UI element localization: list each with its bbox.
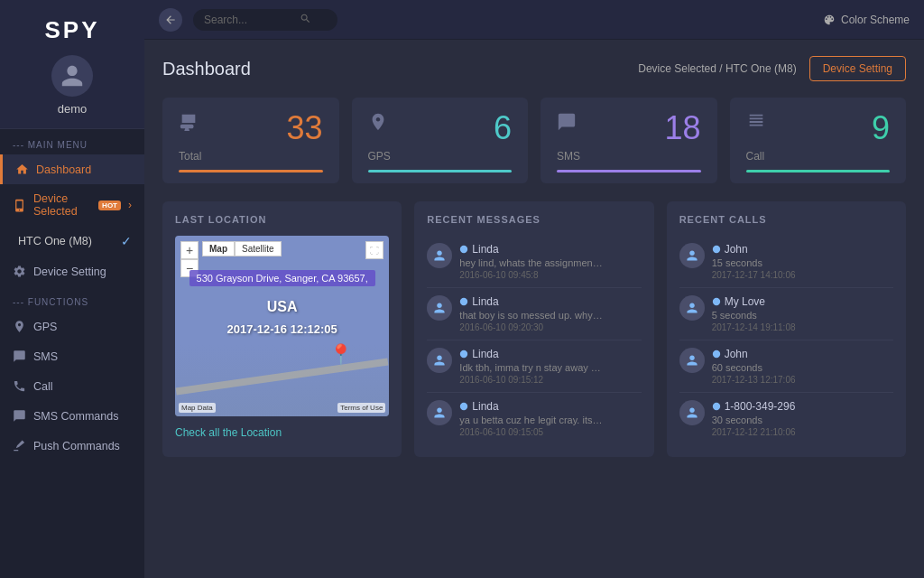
search-icon: [300, 13, 311, 27]
call-duration: 60 seconds: [712, 362, 893, 373]
map-address: 530 Grayson Drive, Sanger, CA 93657,: [175, 270, 389, 286]
call-time: 2017-12-12 21:10:06: [712, 427, 893, 437]
sidebar-item-device-selected-label: Device Selected: [33, 192, 89, 218]
stat-total-bar: [179, 170, 323, 172]
message-time: 2016-06-10 09:15:12: [459, 375, 641, 385]
call-content: My Love 5 seconds 2017-12-14 19:11:08: [712, 295, 893, 332]
call-avatar: [679, 400, 705, 425]
message-content: Linda Idk tbh, imma try n stay away now.…: [459, 348, 641, 385]
stat-call-label: Call: [746, 150, 891, 163]
sidebar-item-dashboard-label: Dashboard: [36, 163, 91, 176]
htc-one-label: HTC One (M8): [18, 235, 92, 247]
map-terms-label: Terms of Use: [337, 403, 385, 413]
call-content: 1-800-349-296 30 seconds 2017-12-12 21:1…: [712, 400, 893, 437]
stat-sms-value: 18: [664, 112, 700, 144]
stat-card-total: 33 Total: [162, 98, 339, 183]
search-input[interactable]: [204, 14, 294, 26]
search-box: [193, 9, 337, 31]
svg-point-7: [712, 403, 719, 410]
check-location-link[interactable]: Check all the Location: [175, 426, 282, 439]
message-text: ya u betta cuz he legit cray. its why he…: [459, 415, 604, 425]
device-setting-button[interactable]: Device Setting: [809, 56, 906, 81]
call-time: 2017-12-14 19:11:08: [712, 322, 893, 332]
sidebar-item-sms-commands-label: SMS Commands: [33, 410, 118, 423]
sidebar-item-device-setting[interactable]: Device Setting: [0, 256, 144, 286]
map-container[interactable]: + − Map Satellite ⛶ 530 Grayson Drive, S…: [175, 236, 389, 416]
stat-call-value: 9: [872, 112, 890, 144]
breadcrumb: Device Selected / HTC One (M8): [638, 62, 796, 75]
calls-panel: RECENT CALLS John 15 seconds 2017-12-17 …: [667, 201, 906, 457]
svg-point-2: [460, 350, 467, 358]
map-type-bar: Map Satellite: [202, 241, 282, 256]
sidebar-item-htc-one[interactable]: HTC One (M8) ✓: [0, 226, 144, 256]
stat-total-label: Total: [179, 150, 323, 163]
message-item[interactable]: Linda hey lind, whats the assignment ms.…: [427, 236, 641, 288]
message-item[interactable]: Linda Idk tbh, imma try n stay away now.…: [427, 340, 641, 393]
call-content: John 60 seconds 2017-12-13 12:17:06: [712, 348, 893, 385]
message-item[interactable]: Linda that boy is so messed up. why dnt …: [427, 288, 641, 340]
call-item[interactable]: John 60 seconds 2017-12-13 12:17:06: [679, 340, 893, 393]
messages-list: Linda hey lind, whats the assignment ms.…: [427, 236, 641, 444]
map-zoom-in-button[interactable]: +: [180, 241, 199, 259]
svg-point-0: [460, 246, 467, 253]
call-avatar: [679, 348, 705, 373]
message-avatar: [427, 400, 452, 425]
sidebar-item-gps[interactable]: GPS: [0, 312, 144, 341]
sidebar-item-call-label: Call: [33, 380, 53, 393]
message-time: 2016-06-10 09:15:05: [459, 427, 641, 437]
message-content: Linda ya u betta cuz he legit cray. its …: [459, 400, 641, 437]
call-avatar: [679, 295, 705, 321]
page-title: Dashboard: [162, 59, 251, 79]
sidebar-item-call[interactable]: Call: [0, 371, 144, 401]
stat-total-value: 33: [286, 112, 322, 144]
username: demo: [58, 102, 88, 116]
call-duration: 30 seconds: [712, 415, 893, 425]
color-scheme-btn[interactable]: Color Scheme: [823, 14, 910, 26]
sidebar-item-sms[interactable]: SMS: [0, 341, 144, 371]
back-button[interactable]: [159, 8, 182, 32]
message-content: Linda hey lind, whats the assignment ms.…: [459, 243, 641, 280]
color-scheme-label: Color Scheme: [841, 14, 910, 26]
map-fullscreen-button[interactable]: ⛶: [365, 241, 383, 259]
call-item[interactable]: 1-800-349-296 30 seconds 2017-12-12 21:1…: [679, 393, 893, 444]
map-address-text: 530 Grayson Drive, Sanger, CA 93657,: [189, 270, 375, 286]
map-panel-title: LAST LOCATION: [175, 214, 389, 225]
main-menu-label: --- MAIN MENU: [0, 129, 144, 154]
bottom-panels: LAST LOCATION + − Map Satellite ⛶: [162, 201, 906, 457]
sidebar: SPY demo --- MAIN MENU Dashboard Device …: [0, 0, 144, 578]
sidebar-item-device-selected[interactable]: Device Selected HOT ›: [0, 184, 144, 226]
calls-panel-title: RECENT CALLS: [679, 214, 893, 225]
call-item[interactable]: My Love 5 seconds 2017-12-14 19:11:08: [679, 288, 893, 340]
svg-point-4: [712, 246, 719, 253]
page-header: Dashboard Device Selected / HTC One (M8)…: [162, 56, 906, 81]
map-datetime: 2017-12-16 12:12:05: [175, 322, 389, 336]
map-data-label: Map Data: [179, 403, 216, 413]
stat-call-bar: [746, 170, 891, 172]
map-marker-icon: 📍: [328, 343, 353, 367]
stat-gps-bar: [368, 170, 513, 172]
sms-icon: [557, 112, 577, 135]
map-type-satellite-button[interactable]: Satellite: [235, 241, 282, 256]
message-content: Linda that boy is so messed up. why dnt …: [459, 295, 641, 332]
message-item[interactable]: Linda ya u betta cuz he legit cray. its …: [427, 393, 641, 444]
app-logo: SPY: [0, 0, 144, 55]
sidebar-item-dashboard[interactable]: Dashboard: [0, 154, 144, 184]
app-name: SPY: [44, 16, 99, 43]
call-icon: [746, 112, 766, 135]
svg-point-6: [712, 350, 719, 358]
sidebar-item-push-commands[interactable]: Push Commands: [0, 431, 144, 461]
stat-gps-value: 6: [494, 112, 512, 144]
call-duration: 5 seconds: [712, 310, 893, 321]
sidebar-item-sms-commands[interactable]: SMS Commands: [0, 401, 144, 431]
sidebar-item-device-setting-label: Device Setting: [33, 266, 106, 278]
message-avatar: [427, 348, 452, 373]
message-avatar: [427, 295, 452, 321]
map-footer: Map Data Terms of Use: [179, 403, 385, 413]
message-name: Linda: [459, 243, 641, 256]
message-name: Linda: [459, 348, 641, 360]
message-text: hey lind, whats the assignment ms. grang…: [459, 257, 604, 268]
map-type-map-button[interactable]: Map: [202, 241, 235, 256]
call-name: John: [712, 243, 893, 256]
call-item[interactable]: John 15 seconds 2017-12-17 14:10:06: [679, 236, 893, 288]
sidebar-item-sms-label: SMS: [33, 350, 58, 363]
